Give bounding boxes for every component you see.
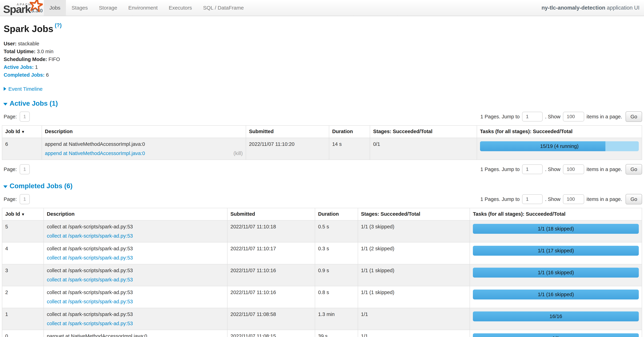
page-title: Spark Jobs(?) xyxy=(4,22,640,34)
submitted-cell: 2022/11/07 11:08:58 xyxy=(227,308,315,330)
tab-storage[interactable]: Storage xyxy=(94,0,123,16)
col-job-id[interactable]: Job Id▼ xyxy=(2,208,44,220)
event-timeline-label: Event Timeline xyxy=(8,86,42,92)
col-submitted[interactable]: Submitted xyxy=(227,208,315,220)
pages-jump-text: 1 Pages. Jump to xyxy=(480,196,520,202)
tasks-cell: 1/1 (18 skipped) xyxy=(470,220,642,242)
sort-desc-icon: ▼ xyxy=(21,130,25,134)
completed-job-row-2: 2 collect at /spark-scripts/spark-ad.py:… xyxy=(2,286,642,308)
tab-environment[interactable]: Environment xyxy=(123,0,163,16)
col-tasks[interactable]: Tasks (for all stages): Succeeded/Total xyxy=(470,208,642,220)
go-button[interactable]: Go xyxy=(626,194,642,204)
jump-to-page-input[interactable] xyxy=(522,112,542,121)
items-per-page-input[interactable] xyxy=(563,112,584,121)
tasks-progress-bar: 1/1 (16 skipped) xyxy=(473,290,639,300)
col-description[interactable]: Description xyxy=(42,125,246,138)
completed-jobs-heading-text: Completed Jobs (6) xyxy=(10,182,72,190)
page-label: Page: xyxy=(4,114,17,120)
duration-cell: 1.3 min xyxy=(315,308,358,330)
expanded-arrow-icon xyxy=(3,185,8,188)
nav-tabs: Jobs Stages Storage Environment Executor… xyxy=(44,0,250,16)
col-tasks-label: Tasks (for all stages): Succeeded/Total xyxy=(473,211,566,217)
submitted-cell: 2022/11/07 11:10:17 xyxy=(227,242,315,264)
completed-jobs-pager-top: Page: 1 1 Pages. Jump to . Show items in… xyxy=(2,194,642,204)
job-description-text: collect at /spark-scripts/spark-ad.py:53 xyxy=(47,290,133,295)
go-button[interactable]: Go xyxy=(626,164,642,175)
col-tasks[interactable]: Tasks (for all stages): Succeeded/Total xyxy=(477,125,642,138)
col-duration[interactable]: Duration xyxy=(315,208,358,220)
pages-jump-text: 1 Pages. Jump to xyxy=(480,166,520,172)
page-number-box[interactable]: 1 xyxy=(20,194,30,204)
submitted-cell: 2022/11/07 11:10:20 xyxy=(246,138,329,160)
job-detail-link[interactable]: collect at /spark-scripts/spark-ad.py:53 xyxy=(47,320,133,327)
progress-label: 16/16 xyxy=(473,312,639,321)
pages-jump-text: 1 Pages. Jump to xyxy=(480,114,520,120)
col-job-id[interactable]: Job Id▼ xyxy=(2,125,42,138)
page-jump-controls: 1 Pages. Jump to . Show items in a page.… xyxy=(480,164,642,175)
tasks-cell: 1/1 (17 skipped) xyxy=(470,242,642,264)
tab-sql-dataframe[interactable]: SQL / DataFrame xyxy=(198,0,250,16)
progress-label: 1/1 (16 skipped) xyxy=(473,290,639,300)
completed-jobs-table: Job Id▼ Description Submitted Duration S… xyxy=(2,208,642,337)
event-timeline-toggle[interactable]: Event Timeline xyxy=(4,86,640,92)
col-description[interactable]: Description xyxy=(44,208,227,220)
job-description-text: parquet at NativeMethodAccessorImpl.java… xyxy=(47,333,147,337)
completed-job-row-1: 1 collect at /spark-scripts/spark-ad.py:… xyxy=(2,308,642,330)
tab-jobs[interactable]: Jobs xyxy=(44,0,66,16)
completed-jobs-header-row: Job Id▼ Description Submitted Duration S… xyxy=(2,208,642,220)
submitted-cell: 2022/11/07 11:10:16 xyxy=(227,286,315,308)
tab-stages[interactable]: Stages xyxy=(66,0,93,16)
job-detail-link[interactable]: collect at /spark-scripts/spark-ad.py:53 xyxy=(47,255,133,261)
items-in-page-text: items in a page. xyxy=(586,166,622,172)
summary-completed-jobs-link[interactable]: Completed Jobs: xyxy=(4,72,44,78)
job-detail-link[interactable]: collect at /spark-scripts/spark-ad.py:53 xyxy=(47,233,133,239)
progress-label: 1/1 (17 skipped) xyxy=(473,246,639,256)
completed-jobs-heading[interactable]: Completed Jobs (6) xyxy=(2,182,642,190)
job-detail-link[interactable]: collect at /spark-scripts/spark-ad.py:53 xyxy=(47,277,133,283)
col-submitted[interactable]: Submitted xyxy=(246,125,329,138)
col-submitted-label: Submitted xyxy=(249,129,274,134)
col-duration-label: Duration xyxy=(332,129,353,134)
summary-active-jobs-link[interactable]: Active Jobs: xyxy=(4,64,34,70)
active-jobs-pager-bottom: Page: 1 1 Pages. Jump to . Show items in… xyxy=(2,164,642,175)
page-jump-controls: 1 Pages. Jump to . Show items in a page.… xyxy=(480,111,642,122)
col-stages[interactable]: Stages: Succeeded/Total xyxy=(370,125,477,138)
duration-cell: 0.5 s xyxy=(315,220,358,242)
tasks-cell: 1/1 (16 skipped) xyxy=(470,264,642,286)
job-detail-link[interactable]: collect at /spark-scripts/spark-ad.py:53 xyxy=(47,299,133,305)
job-description-text: collect at /spark-scripts/spark-ad.py:53 xyxy=(47,224,133,229)
job-id-cell: 1 xyxy=(2,308,44,330)
progress-label: 1/1 xyxy=(473,333,639,337)
items-per-page-input[interactable] xyxy=(563,194,584,204)
kill-job-link[interactable]: (kill) xyxy=(234,150,243,157)
job-description-text: collect at /spark-scripts/spark-ad.py:53 xyxy=(47,312,133,317)
completed-job-row-0: 0 parquet at NativeMethodAccessorImpl.ja… xyxy=(2,330,642,337)
tasks-progress-bar: 1/1 (17 skipped) xyxy=(473,246,639,256)
stages-cell: 1/1 xyxy=(358,308,470,330)
duration-cell: 0.9 s xyxy=(315,264,358,286)
page-number-box[interactable]: 1 xyxy=(20,112,30,122)
col-stages[interactable]: Stages: Succeeded/Total xyxy=(358,208,470,220)
items-per-page-input[interactable] xyxy=(563,164,584,174)
job-description-text: collect at /spark-scripts/spark-ad.py:53 xyxy=(47,268,133,273)
summary-completed-jobs: Completed Jobs: 6 xyxy=(4,72,640,78)
summary-user-label: User: xyxy=(4,41,16,46)
summary-scheduling-value: FIFO xyxy=(48,56,60,62)
help-link[interactable]: (?) xyxy=(55,22,62,28)
tab-executors[interactable]: Executors xyxy=(163,0,198,16)
page-number-box[interactable]: 1 xyxy=(20,164,30,174)
active-jobs-header-row: Job Id▼ Description Submitted Duration S… xyxy=(2,125,642,138)
active-jobs-heading[interactable]: Active Jobs (1) xyxy=(2,100,642,107)
summary-active-jobs: Active Jobs: 1 xyxy=(4,64,640,70)
col-stages-label: Stages: Succeeded/Total xyxy=(361,211,420,217)
description-cell: collect at /spark-scripts/spark-ad.py:53… xyxy=(44,286,227,308)
completed-job-row-3: 3 collect at /spark-scripts/spark-ad.py:… xyxy=(2,264,642,286)
go-button[interactable]: Go xyxy=(626,111,642,122)
col-duration[interactable]: Duration xyxy=(329,125,370,138)
jump-to-page-input[interactable] xyxy=(522,164,542,174)
col-tasks-label: Tasks (for all stages): Succeeded/Total xyxy=(480,129,572,134)
summary-scheduling-mode: Scheduling Mode: FIFO xyxy=(4,57,640,62)
jump-to-page-input[interactable] xyxy=(522,194,542,204)
job-detail-link[interactable]: append at NativeMethodAccessorImpl.java:… xyxy=(45,150,145,157)
stages-cell: 1/1 (1 skipped) xyxy=(358,264,470,286)
